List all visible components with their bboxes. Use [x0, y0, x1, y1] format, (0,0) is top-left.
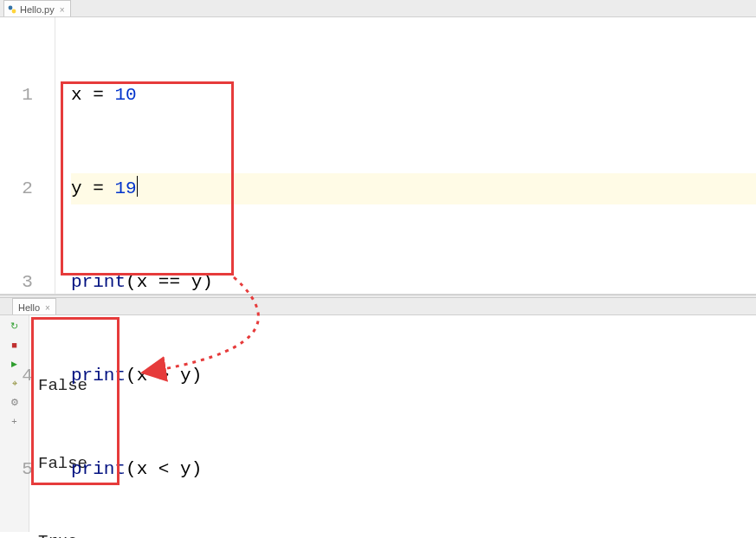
close-icon[interactable]: × [60, 5, 65, 15]
line-number: 4 [0, 360, 55, 392]
operator: = [82, 85, 115, 105]
operator: > [158, 366, 170, 386]
line-number: 3 [0, 267, 55, 298]
paren: ( [126, 366, 137, 386]
code-line-current[interactable]: y = 19 [71, 173, 756, 204]
editor-tab-hello[interactable]: Hello.py × [3, 0, 71, 16]
operator: == [158, 272, 180, 292]
svg-point-0 [9, 6, 13, 10]
variable: y [71, 178, 82, 198]
variable: y [191, 272, 203, 292]
line-number: 2 [0, 173, 55, 204]
text-caret [137, 176, 138, 197]
builtin-fn: print [71, 366, 126, 386]
code-body[interactable]: x = 10 y = 19 print(x == y) print(x > y)… [55, 17, 756, 538]
editor-tab-label: Hello.py [20, 4, 55, 15]
paren: ( [126, 459, 137, 479]
paren: ( [126, 272, 137, 292]
code-line[interactable]: x = 10 [71, 80, 756, 111]
paren: ) [191, 459, 203, 479]
builtin-fn: print [71, 459, 126, 479]
variable: y [180, 366, 191, 386]
number-literal: 10 [114, 85, 136, 105]
code-line[interactable]: print(x > y) [71, 360, 756, 392]
operator: = [82, 178, 115, 198]
python-file-icon [8, 5, 16, 14]
line-number-gutter: 1 2 3 4 5 6 7 8 [0, 17, 55, 294]
variable: x [137, 272, 148, 292]
paren: ) [202, 272, 213, 292]
line-number: 5 [0, 454, 55, 485]
code-line[interactable]: print(x < y) [71, 454, 756, 485]
svg-point-1 [12, 10, 16, 14]
line-number: 1 [0, 80, 55, 111]
operator: < [158, 459, 170, 479]
code-editor[interactable]: 1 2 3 4 5 6 7 8 x = 10 y = 19 print(x ==… [0, 17, 756, 295]
variable: x [137, 366, 148, 386]
variable: x [71, 85, 82, 105]
paren: ) [191, 366, 203, 386]
variable: x [137, 459, 148, 479]
number-literal: 19 [114, 178, 136, 198]
code-line[interactable]: print(x == y) [71, 267, 756, 298]
editor-tabbar: Hello.py × [0, 0, 756, 17]
variable: y [180, 459, 191, 479]
builtin-fn: print [71, 272, 126, 292]
